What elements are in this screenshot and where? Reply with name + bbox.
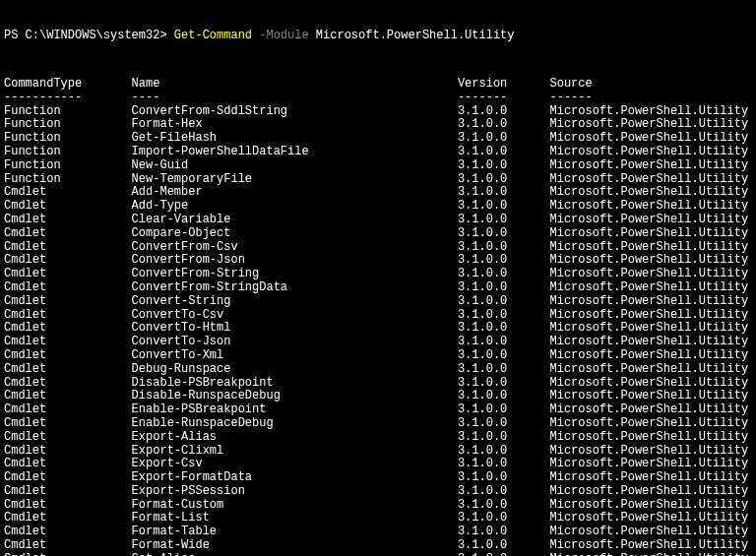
command-output: CommandType Name Version Source---------… <box>4 78 756 556</box>
table-row: Function New-Guid 3.1.0.0 Microsoft.Powe… <box>4 159 756 173</box>
table-row: Cmdlet Format-Table 3.1.0.0 Microsoft.Po… <box>4 525 756 539</box>
cmdlet-token: Get-Command <box>174 29 252 42</box>
table-row: Cmdlet ConvertFrom-Json 3.1.0.0 Microsof… <box>4 254 756 268</box>
table-row: Cmdlet Export-PSSession 3.1.0.0 Microsof… <box>4 485 756 499</box>
argument-token: Microsoft.PowerShell.Utility <box>309 29 515 42</box>
table-row: Cmdlet ConvertTo-Json 3.1.0.0 Microsoft.… <box>4 336 756 349</box>
table-row: Cmdlet Disable-RunspaceDebug 3.1.0.0 Mic… <box>4 390 756 403</box>
table-row: Cmdlet ConvertTo-Csv 3.1.0.0 Microsoft.P… <box>4 309 756 323</box>
table-row: Cmdlet ConvertTo-Html 3.1.0.0 Microsoft.… <box>4 322 756 336</box>
table-row: Cmdlet Add-Member 3.1.0.0 Microsoft.Powe… <box>4 186 756 200</box>
command-prompt-line: PS C:\WINDOWS\system32> Get-Command -Mod… <box>4 30 756 43</box>
table-row: Cmdlet Format-Wide 3.1.0.0 Microsoft.Pow… <box>4 539 756 553</box>
table-row: Cmdlet Disable-PSBreakpoint 3.1.0.0 Micr… <box>4 377 756 391</box>
table-row: Cmdlet Add-Type 3.1.0.0 Microsoft.PowerS… <box>4 200 756 214</box>
table-row: Cmdlet Clear-Variable 3.1.0.0 Microsoft.… <box>4 214 756 227</box>
table-row: Cmdlet ConvertFrom-StringData 3.1.0.0 Mi… <box>4 281 756 295</box>
table-row: Cmdlet Format-List 3.1.0.0 Microsoft.Pow… <box>4 512 756 525</box>
table-separator: ----------- ---- ------- ------ <box>4 92 756 105</box>
terminal-window[interactable]: PS C:\WINDOWS\system32> Get-Command -Mod… <box>0 0 756 556</box>
table-row: Function ConvertFrom-SddlString 3.1.0.0 … <box>4 105 756 119</box>
table-row: Function New-TemporaryFile 3.1.0.0 Micro… <box>4 173 756 187</box>
table-header: CommandType Name Version Source <box>4 78 756 92</box>
table-row: Cmdlet ConvertTo-Xml 3.1.0.0 Microsoft.P… <box>4 349 756 363</box>
table-row: Cmdlet Enable-RunspaceDebug 3.1.0.0 Micr… <box>4 417 756 431</box>
table-row: Cmdlet Convert-String 3.1.0.0 Microsoft.… <box>4 295 756 309</box>
table-row: Cmdlet Compare-Object 3.1.0.0 Microsoft.… <box>4 227 756 241</box>
table-row: Cmdlet Export-Alias 3.1.0.0 Microsoft.Po… <box>4 431 756 445</box>
table-row: Cmdlet ConvertFrom-String 3.1.0.0 Micros… <box>4 268 756 281</box>
table-row: Cmdlet Export-Clixml 3.1.0.0 Microsoft.P… <box>4 445 756 459</box>
table-row: Cmdlet Export-Csv 3.1.0.0 Microsoft.Powe… <box>4 458 756 471</box>
table-row: Function Get-FileHash 3.1.0.0 Microsoft.… <box>4 132 756 146</box>
table-row: Cmdlet Format-Custom 3.1.0.0 Microsoft.P… <box>4 499 756 513</box>
table-row: Cmdlet Debug-Runspace 3.1.0.0 Microsoft.… <box>4 363 756 377</box>
table-row: Function Format-Hex 3.1.0.0 Microsoft.Po… <box>4 118 756 132</box>
table-row: Cmdlet Export-FormatData 3.1.0.0 Microso… <box>4 471 756 485</box>
table-row: Function Import-PowerShellDataFile 3.1.0… <box>4 146 756 159</box>
prompt-prefix: PS C:\WINDOWS\system32> <box>4 29 174 42</box>
table-row: Cmdlet Enable-PSBreakpoint 3.1.0.0 Micro… <box>4 403 756 417</box>
table-row: Cmdlet ConvertFrom-Csv 3.1.0.0 Microsoft… <box>4 241 756 255</box>
param-token: -Module <box>252 29 309 42</box>
